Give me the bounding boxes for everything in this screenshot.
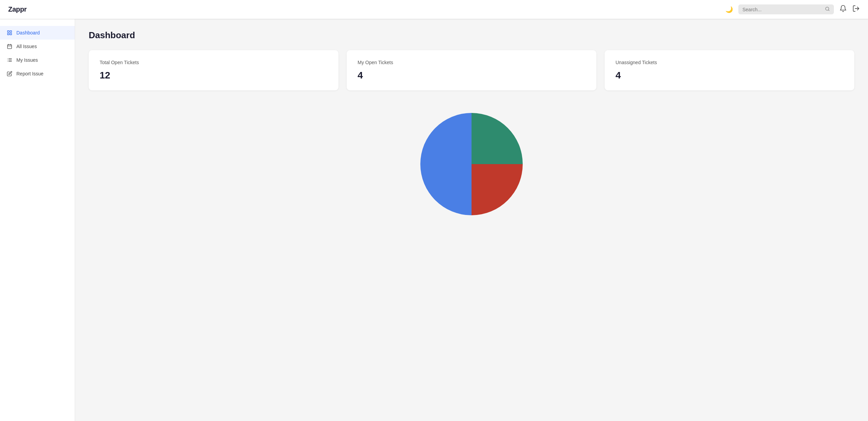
sidebar: Dashboard All Issues bbox=[0, 19, 75, 421]
stats-row: Total Open Tickets 12 My Open Tickets 4 … bbox=[89, 50, 854, 90]
search-icon bbox=[825, 6, 830, 12]
svg-rect-5 bbox=[10, 33, 12, 35]
search-bar[interactable] bbox=[738, 4, 834, 14]
sidebar-label-all-issues: All Issues bbox=[16, 44, 37, 49]
header-left: Zappr bbox=[8, 5, 27, 13]
search-input[interactable] bbox=[742, 7, 822, 12]
dashboard-icon bbox=[7, 30, 12, 35]
sidebar-item-all-issues[interactable]: All Issues bbox=[0, 40, 75, 53]
header-right: 🌙 bbox=[725, 4, 860, 14]
stat-label-total-open: Total Open Tickets bbox=[100, 60, 328, 65]
notifications-icon[interactable] bbox=[839, 5, 847, 14]
app-logo: Zappr bbox=[8, 5, 27, 13]
sidebar-label-dashboard: Dashboard bbox=[16, 30, 40, 35]
svg-rect-3 bbox=[8, 31, 9, 32]
dark-mode-icon[interactable]: 🌙 bbox=[725, 6, 733, 13]
chart-container bbox=[89, 103, 854, 226]
sidebar-item-my-issues[interactable]: My Issues bbox=[0, 53, 75, 67]
my-issues-icon bbox=[7, 57, 12, 63]
svg-rect-6 bbox=[8, 33, 9, 35]
app-layout: Dashboard All Issues bbox=[0, 19, 868, 421]
app-header: Zappr 🌙 bbox=[0, 0, 868, 19]
stat-card-my-open: My Open Tickets 4 bbox=[347, 50, 596, 90]
pie-segment-blue bbox=[420, 113, 472, 215]
svg-rect-7 bbox=[8, 45, 12, 49]
sidebar-label-my-issues: My Issues bbox=[16, 57, 38, 63]
stat-value-total-open: 12 bbox=[100, 70, 328, 81]
stat-label-unassigned: Unassigned Tickets bbox=[616, 60, 843, 65]
main-content: Dashboard Total Open Tickets 12 My Open … bbox=[75, 19, 868, 421]
pie-chart bbox=[417, 110, 526, 219]
pie-segment-red bbox=[472, 164, 523, 215]
page-title: Dashboard bbox=[89, 30, 854, 41]
svg-line-1 bbox=[828, 10, 829, 11]
svg-rect-4 bbox=[10, 31, 12, 32]
stat-value-unassigned: 4 bbox=[616, 70, 843, 81]
stat-value-my-open: 4 bbox=[358, 70, 585, 81]
sidebar-label-report-issue: Report Issue bbox=[16, 71, 43, 76]
report-issue-icon bbox=[7, 71, 12, 76]
stat-card-total-open: Total Open Tickets 12 bbox=[89, 50, 338, 90]
logout-icon[interactable] bbox=[852, 5, 860, 14]
sidebar-item-dashboard[interactable]: Dashboard bbox=[0, 26, 75, 40]
all-issues-icon bbox=[7, 44, 12, 49]
sidebar-item-report-issue[interactable]: Report Issue bbox=[0, 67, 75, 81]
stat-card-unassigned: Unassigned Tickets 4 bbox=[605, 50, 854, 90]
stat-label-my-open: My Open Tickets bbox=[358, 60, 585, 65]
pie-segment-green bbox=[472, 113, 523, 164]
